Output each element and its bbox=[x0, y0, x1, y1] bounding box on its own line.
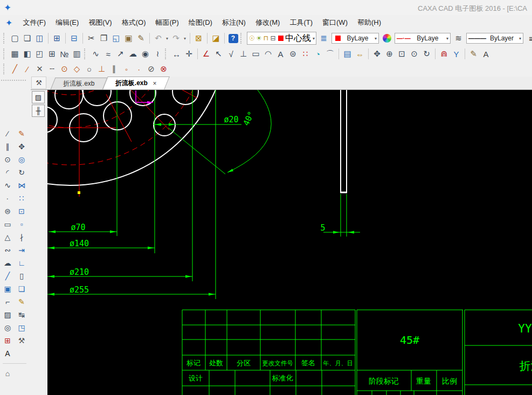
text-icon[interactable]: A bbox=[1, 348, 15, 360]
snap-intersection-icon[interactable]: ✕ bbox=[33, 63, 46, 75]
ellipse-icon[interactable]: ⊜ bbox=[1, 205, 15, 218]
copy-icon[interactable]: ◎ bbox=[15, 154, 29, 166]
parallel-line-icon[interactable]: ∥ bbox=[1, 141, 15, 153]
point-icon[interactable]: ∙ bbox=[1, 192, 15, 205]
hatch-icon[interactable]: ▨ bbox=[1, 309, 15, 321]
datum-symbol-icon[interactable]: ⊥ bbox=[237, 48, 250, 60]
toolbar-grip[interactable] bbox=[3, 64, 6, 74]
scale-icon[interactable]: ⊡ bbox=[15, 205, 29, 218]
chevron-down-icon[interactable]: ▾ bbox=[519, 36, 521, 41]
snap-parallel-icon[interactable]: ∥ bbox=[108, 63, 120, 75]
sketch-segment-icon[interactable]: ╱ bbox=[1, 270, 15, 282]
surface-roughness-icon[interactable]: √ bbox=[225, 48, 237, 60]
layer-combo[interactable]: ☉☀⊓⊟中心线▾ bbox=[247, 32, 316, 45]
revision-cloud-icon[interactable]: ☁ bbox=[127, 48, 139, 60]
snap-node-icon[interactable]: ∙ bbox=[133, 63, 145, 75]
zoom-window-icon[interactable]: ⊡ bbox=[396, 48, 408, 60]
spline-icon[interactable]: ∿ bbox=[1, 179, 15, 192]
zoom-dynamic-icon[interactable]: ↻ bbox=[420, 48, 433, 60]
insert-table-icon[interactable]: ⊞ bbox=[1, 335, 15, 347]
save-file-icon[interactable]: ◫ bbox=[33, 32, 46, 44]
menu-item-edit[interactable]: 编辑(E) bbox=[51, 16, 84, 30]
menu-item-dimension[interactable]: 标注(N) bbox=[217, 16, 251, 30]
axis-line-icon[interactable]: ⌐ bbox=[1, 296, 15, 308]
snap-clear-icon[interactable]: ⊗ bbox=[157, 63, 170, 75]
snap-quadrant-icon[interactable]: ◇ bbox=[71, 63, 83, 75]
copy-view-icon[interactable]: ❏ bbox=[15, 283, 29, 295]
new-view-icon[interactable]: ▯ bbox=[15, 270, 29, 282]
palette-icon[interactable]: ◳ bbox=[15, 322, 29, 334]
toolbar-grip[interactable] bbox=[3, 33, 6, 44]
quadrant-mark-icon[interactable]: ◔ bbox=[312, 48, 324, 60]
menu-item-layout[interactable]: 幅面(P) bbox=[150, 16, 183, 30]
menu-item-view[interactable]: 视图(V) bbox=[84, 16, 116, 30]
menu-item-modify[interactable]: 修改(M) bbox=[251, 16, 285, 30]
ortho-tool-icon[interactable]: Y bbox=[450, 48, 462, 60]
grid-tab-icon[interactable]: ╫ bbox=[32, 105, 45, 117]
layer-locked-icon[interactable]: ⊓ bbox=[262, 32, 270, 44]
stretch-icon[interactable]: ▫ bbox=[15, 218, 29, 231]
menu-item-tools[interactable]: 工具(T) bbox=[285, 16, 317, 30]
properties-panel-icon[interactable]: ▤ bbox=[341, 48, 354, 60]
text-tool-icon[interactable]: A bbox=[480, 48, 492, 60]
chevron-down-icon[interactable]: ▾ bbox=[446, 36, 448, 41]
curve-dimension-icon[interactable]: ◠ bbox=[262, 48, 274, 60]
app-menu-icon[interactable]: ✦ bbox=[5, 18, 12, 28]
toolbar-grip[interactable] bbox=[3, 48, 6, 59]
snap-tangent-icon[interactable]: ○ bbox=[83, 63, 95, 75]
undo-icon[interactable]: ↶ bbox=[152, 32, 164, 44]
lineweight-combo[interactable]: ———ByLayer▾ bbox=[466, 33, 523, 44]
eraser-icon[interactable]: ✎ bbox=[15, 128, 29, 140]
lineweight-icon[interactable]: ≡ bbox=[525, 32, 532, 44]
snap-free-icon[interactable]: ╱ bbox=[9, 63, 21, 75]
rectangle-icon[interactable]: ▭ bbox=[1, 218, 15, 231]
ring-icon[interactable]: ◎ bbox=[1, 322, 15, 334]
wave-line-icon[interactable]: ∿ bbox=[89, 48, 102, 60]
new-file-icon[interactable]: ▢ bbox=[9, 32, 21, 44]
extend-icon[interactable]: ⇥ bbox=[15, 244, 29, 257]
menu-item-file[interactable]: 文件(F) bbox=[18, 16, 51, 30]
text-style-icon[interactable]: A bbox=[274, 48, 287, 60]
help-icon[interactable]: ? bbox=[227, 32, 239, 44]
paste-icon[interactable]: ▣ bbox=[122, 32, 135, 44]
snap-extension-icon[interactable]: ╌ bbox=[46, 63, 58, 75]
toolbar-grip[interactable] bbox=[165, 48, 168, 59]
redo-options-icon[interactable]: ▾ bbox=[182, 32, 188, 44]
layer-frozen-icon[interactable]: ☀ bbox=[255, 32, 262, 44]
rotate-icon[interactable]: ↻ bbox=[15, 167, 29, 179]
table-icon[interactable]: ⊞ bbox=[46, 48, 58, 60]
pan-icon[interactable]: ✥ bbox=[371, 48, 383, 60]
weld-symbol-icon[interactable]: ≀ bbox=[151, 48, 164, 60]
point-array-icon[interactable]: ∷ bbox=[299, 48, 312, 60]
line-icon[interactable]: ∕ bbox=[1, 128, 15, 140]
mirror-icon[interactable]: ⋈ bbox=[15, 179, 29, 192]
linetype-manager-icon[interactable]: ≋ bbox=[452, 32, 465, 44]
tolerance-frame-icon[interactable]: ▭ bbox=[250, 48, 262, 60]
zoom-previous-icon[interactable]: ⊙ bbox=[408, 48, 420, 60]
module-manager-icon[interactable]: ◪ bbox=[210, 32, 222, 44]
title-block-icon[interactable]: ◧ bbox=[21, 48, 33, 60]
data-import-icon[interactable]: ⊞ bbox=[51, 32, 63, 44]
layer-tool-icon[interactable]: ≣ bbox=[317, 32, 330, 44]
measure-icon[interactable]: ⇔ bbox=[354, 48, 366, 60]
snap-perpendicular-icon[interactable]: ⊥ bbox=[95, 63, 108, 75]
dimension-icon[interactable]: ↔ bbox=[170, 48, 183, 60]
closed-spline-icon[interactable]: ∾ bbox=[1, 244, 15, 257]
arc-icon[interactable]: ◜ bbox=[1, 167, 15, 179]
toolbar-grip[interactable] bbox=[84, 48, 87, 59]
snap-magnet-icon[interactable]: ⋒ bbox=[438, 48, 450, 60]
zoom-in-icon[interactable]: ⊕ bbox=[383, 48, 396, 60]
tool-options-icon[interactable]: ⚒ bbox=[15, 335, 29, 347]
break-line-icon[interactable]: ≈ bbox=[102, 48, 114, 60]
chamfer-icon[interactable]: ∟ bbox=[15, 257, 29, 269]
contour-icon[interactable]: ▣ bbox=[1, 283, 15, 295]
library-tab-icon[interactable]: ▨ bbox=[32, 91, 45, 103]
tab-tool-button[interactable]: ⚒ bbox=[31, 77, 46, 89]
plot-frame-icon[interactable]: ◰ bbox=[33, 48, 46, 60]
doc-tab-2[interactable]: 折流板.exb× bbox=[102, 77, 170, 89]
angle-dimension-icon[interactable]: ∠ bbox=[200, 48, 212, 60]
trim-icon[interactable]: ∤ bbox=[15, 231, 29, 244]
shape-tool-icon[interactable]: ⌂ bbox=[1, 368, 15, 380]
menu-item-format[interactable]: 格式(O) bbox=[117, 16, 151, 30]
arc-dimension-icon[interactable]: ⌒ bbox=[324, 48, 336, 60]
